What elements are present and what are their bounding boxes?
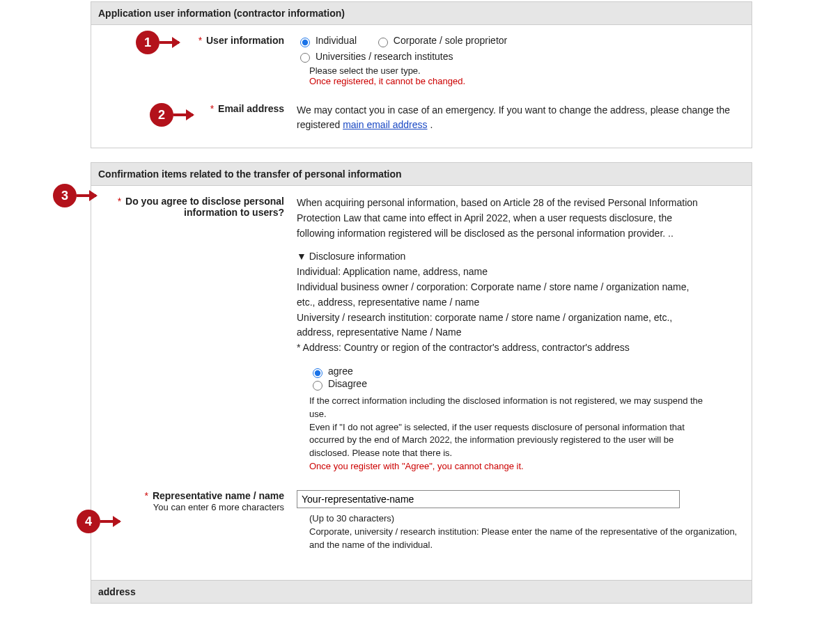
disclosure-line: * Address: Country or region of the cont… xyxy=(297,340,704,356)
field-label: Do you agree to disclose personal xyxy=(125,196,284,207)
required-marker: * xyxy=(118,196,121,207)
required-marker: * xyxy=(199,35,202,46)
radio-individual[interactable]: Individual xyxy=(297,35,357,46)
arrow-icon xyxy=(173,113,193,116)
panel-confirmation: Confirmation items related to the transf… xyxy=(91,162,752,603)
disclosure-line: Individual business owner / corporation:… xyxy=(297,280,704,310)
radio-disagree[interactable]: Disagree xyxy=(309,378,367,389)
row-user-information: * User information Individual Corporate … xyxy=(91,25,752,93)
section-header: Application user information (contractor… xyxy=(91,2,752,25)
section-header: Confirmation items related to the transf… xyxy=(91,163,752,186)
char-counter: You can enter 6 more characters xyxy=(153,502,284,512)
field-label: Email address xyxy=(218,103,284,114)
main-email-link[interactable]: main email address xyxy=(343,119,427,130)
note-text: . xyxy=(428,119,433,130)
radio-universities[interactable]: Universities / research institutes xyxy=(297,51,453,62)
warning-text: Once you register with "Agree", you cann… xyxy=(309,460,704,473)
disclose-paragraph: When acquiring personal information, bas… xyxy=(297,196,704,241)
warning-text: Once registered, it cannot be changed. xyxy=(309,76,745,86)
note-text: Even if "I do not agree" is selected, if… xyxy=(309,421,704,461)
arrow-icon xyxy=(77,194,96,197)
section-header: address xyxy=(91,580,752,603)
note-text: If the correct information including the… xyxy=(309,395,704,421)
panel-user-information: Application user information (contractor… xyxy=(91,1,752,148)
note-text: Corporate, university / research institu… xyxy=(309,526,745,552)
row-disclose: * Do you agree to disclose personal info… xyxy=(91,186,752,480)
step-badge-4: 4 xyxy=(77,510,100,533)
field-label: Representative name / name xyxy=(153,490,284,501)
disclosure-heading: ▼ Disclosure information xyxy=(297,251,704,262)
step-badge-3: 3 xyxy=(53,184,77,207)
required-marker: * xyxy=(210,103,214,114)
step-badge-2: 2 xyxy=(150,103,173,127)
step-badge-1: 1 xyxy=(136,31,160,54)
note-text: Please select the user type. xyxy=(309,65,745,76)
row-email-address: * Email address We may contact you in ca… xyxy=(91,93,752,148)
arrow-icon xyxy=(160,41,179,44)
arrow-icon xyxy=(100,520,120,523)
note-text: (Up to 30 characters) xyxy=(309,512,745,526)
disclosure-line: University / research institution: corpo… xyxy=(297,310,704,340)
row-representative-name: * Representative name / name You can ent… xyxy=(91,480,752,580)
field-label: User information xyxy=(206,35,284,46)
disclosure-line: Individual: Application name, address, n… xyxy=(297,265,704,280)
radio-corporate[interactable]: Corporate / sole proprietor xyxy=(375,35,507,46)
field-label: information to users? xyxy=(184,207,284,218)
representative-name-input[interactable] xyxy=(297,490,680,508)
required-marker: * xyxy=(145,490,148,501)
radio-agree[interactable]: agree xyxy=(309,365,353,377)
